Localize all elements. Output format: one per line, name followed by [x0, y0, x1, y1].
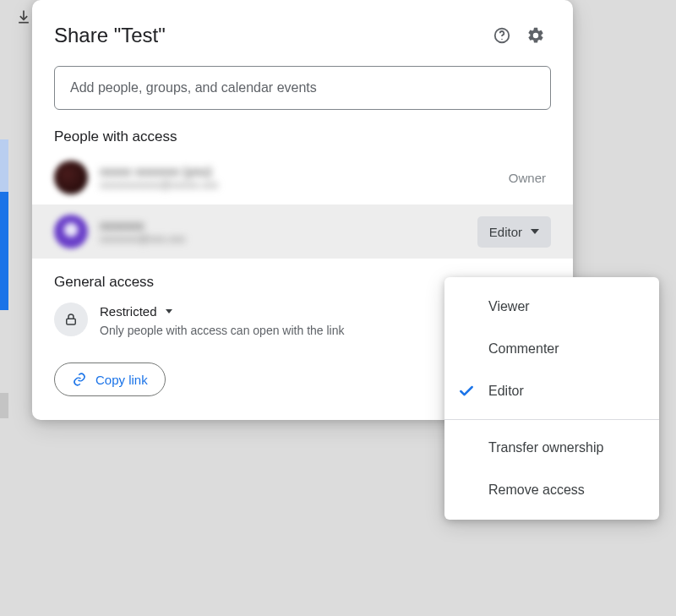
person-name: xxxxxxx [100, 218, 477, 232]
menu-item-editor[interactable]: Editor [444, 370, 659, 412]
copy-link-button[interactable]: Copy link [54, 363, 166, 396]
help-icon[interactable] [485, 19, 519, 52]
role-dropdown-label: Editor [489, 225, 522, 239]
person-info: xxxxxxx xxxxxxx@xxx.xxx [100, 218, 477, 245]
gear-icon[interactable] [519, 19, 553, 52]
dialog-header: Share "Test" [32, 0, 573, 66]
lock-icon [54, 303, 88, 336]
role-label-owner: Owner [509, 171, 551, 185]
menu-item-viewer[interactable]: Viewer [444, 286, 659, 328]
menu-item-transfer-ownership[interactable]: Transfer ownership [444, 427, 659, 469]
check-icon [458, 383, 475, 400]
background-stripe [0, 139, 8, 192]
person-row: xxxxx xxxxxxx (you) xxxxxxxxxxx@xxxxx.xx… [32, 150, 573, 204]
add-people-input[interactable] [54, 66, 551, 110]
role-dropdown[interactable]: Editor [477, 216, 551, 248]
general-access-mode: Restricted [100, 304, 157, 319]
background-stripe [0, 192, 8, 310]
link-icon [72, 372, 87, 387]
person-info: xxxxx xxxxxxx (you) xxxxxxxxxxx@xxxxx.xx… [100, 164, 509, 191]
person-email: xxxxxxx@xxx.xxx [100, 232, 477, 245]
menu-item-remove-access[interactable]: Remove access [444, 469, 659, 511]
chevron-down-icon [166, 309, 172, 313]
person-name: xxxxx xxxxxxx (you) [100, 164, 509, 178]
download-icon[interactable] [15, 8, 32, 25]
avatar [54, 215, 88, 248]
people-section-title: People with access [32, 122, 573, 150]
chevron-down-icon [531, 229, 539, 234]
svg-point-1 [501, 39, 502, 40]
copy-link-label: Copy link [95, 373, 148, 387]
avatar [54, 161, 88, 194]
person-row: xxxxxxx xxxxxxx@xxx.xxx Editor [32, 204, 573, 259]
menu-divider [444, 419, 659, 420]
menu-item-commenter[interactable]: Commenter [444, 328, 659, 370]
person-email: xxxxxxxxxxx@xxxxx.xxx [100, 178, 509, 191]
svg-rect-2 [67, 319, 76, 324]
background-stripe [0, 393, 8, 418]
add-people-row [32, 66, 573, 122]
dialog-title: Share "Test" [54, 24, 485, 47]
role-dropdown-menu: Viewer Commenter Editor Transfer ownersh… [444, 277, 659, 520]
